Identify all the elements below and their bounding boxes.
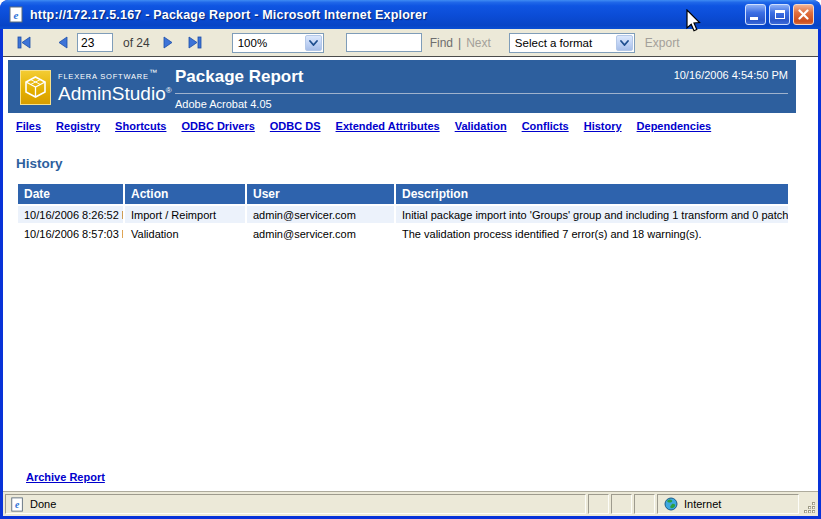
status-bar: e Done Internet <box>3 491 818 516</box>
brand-small-label: FLEXERA SOFTWARE <box>58 72 149 81</box>
window-frame: of 24 100% Find | Next <box>0 29 821 519</box>
adminstudio-logo: FLEXERA SOFTWARE™ AdminStudio® <box>20 68 172 105</box>
cell-date: 10/16/2006 8:57:03 PM <box>18 225 123 242</box>
nav-link-shortcuts[interactable]: Shortcuts <box>115 120 166 132</box>
cell-date: 10/16/2006 8:26:52 PM <box>18 206 123 223</box>
page-count-label: of 24 <box>123 36 150 50</box>
title-bar[interactable]: e http://172.17.5.167 - Package Report -… <box>0 0 821 29</box>
column-header-date: Date <box>18 184 123 204</box>
export-format-value: Select a format <box>510 37 616 49</box>
section-nav: Files Registry Shortcuts ODBC Drivers OD… <box>16 120 711 132</box>
nav-link-dependencies[interactable]: Dependencies <box>637 120 712 132</box>
status-text: Done <box>30 498 56 510</box>
svg-text:e: e <box>15 499 20 510</box>
find-next-button[interactable]: Next <box>466 36 491 50</box>
nav-link-history[interactable]: History <box>584 120 622 132</box>
export-format-select[interactable]: Select a format <box>509 33 635 53</box>
zone-text: Internet <box>684 498 721 510</box>
table-row: 10/16/2006 8:57:03 PM Validation admin@s… <box>18 225 788 242</box>
find-next-divider: | <box>458 36 461 50</box>
nav-link-files[interactable]: Files <box>16 120 41 132</box>
ie-document-icon: e <box>8 6 25 23</box>
adminstudio-cube-icon <box>20 70 51 105</box>
status-panel-empty <box>611 494 632 514</box>
cell-action: Import / Reimport <box>125 206 245 223</box>
find-text-input[interactable] <box>346 33 422 52</box>
previous-page-button[interactable] <box>54 34 71 51</box>
page-number-input[interactable] <box>77 33 113 52</box>
first-page-icon <box>17 36 31 49</box>
package-name: Adobe Acrobat 4.05 <box>175 98 272 110</box>
table-row: 10/16/2006 8:26:52 PM Import / Reimport … <box>18 206 788 223</box>
previous-page-icon <box>58 36 68 49</box>
maximize-icon <box>775 10 785 19</box>
cell-user: admin@servicer.com <box>247 206 394 223</box>
registered-symbol: ® <box>166 86 172 95</box>
report-timestamp: 10/16/2006 4:54:50 PM <box>674 69 788 81</box>
nav-link-validation[interactable]: Validation <box>455 120 507 132</box>
find-button[interactable]: Find <box>430 36 453 50</box>
next-page-icon <box>163 36 173 49</box>
first-page-button[interactable] <box>15 34 32 51</box>
svg-text:e: e <box>14 9 19 21</box>
close-button[interactable] <box>793 4 814 25</box>
resize-grip[interactable] <box>801 494 816 514</box>
section-heading-history: History <box>16 156 63 171</box>
status-panel-empty <box>634 494 655 514</box>
report-toolbar: of 24 100% Find | Next <box>3 29 818 57</box>
trademark-symbol: ™ <box>149 68 158 77</box>
page-title: Package Report <box>175 67 304 87</box>
chevron-down-icon <box>616 35 633 51</box>
last-page-button[interactable] <box>187 34 204 51</box>
globe-icon <box>664 497 678 511</box>
column-header-user: User <box>247 184 394 204</box>
next-page-button[interactable] <box>160 34 177 51</box>
last-page-icon <box>188 36 202 49</box>
column-header-description: Description <box>396 184 788 204</box>
report-header-band: FLEXERA SOFTWARE™ AdminStudio® Package R… <box>8 60 796 113</box>
report-page: FLEXERA SOFTWARE™ AdminStudio® Package R… <box>3 57 818 491</box>
ie-page-icon: e <box>10 497 25 512</box>
zoom-value: 100% <box>233 37 305 49</box>
nav-link-odbc-ds[interactable]: ODBC DS <box>270 120 321 132</box>
cell-description: The validation process identified 7 erro… <box>396 225 788 242</box>
nav-link-registry[interactable]: Registry <box>56 120 100 132</box>
maximize-button[interactable] <box>769 4 790 25</box>
minimize-icon <box>750 17 758 20</box>
security-zone-panel: Internet <box>657 494 799 514</box>
status-panel-empty <box>588 494 609 514</box>
archive-report-link[interactable]: Archive Report <box>26 471 105 483</box>
chevron-down-icon <box>305 35 322 51</box>
close-icon <box>798 9 809 20</box>
export-button[interactable]: Export <box>645 36 680 50</box>
nav-link-conflicts[interactable]: Conflicts <box>522 120 569 132</box>
browser-window: e http://172.17.5.167 - Package Report -… <box>0 0 821 519</box>
history-table: Date Action User Description 10/16/2006 … <box>16 182 790 244</box>
window-title: http://172.17.5.167 - Package Report - M… <box>30 8 745 22</box>
status-panel: e Done <box>5 494 586 514</box>
nav-link-odbc-drivers[interactable]: ODBC Drivers <box>181 120 254 132</box>
zoom-select[interactable]: 100% <box>232 33 324 53</box>
brand-large-label: AdminStudio <box>58 83 166 104</box>
column-header-action: Action <box>125 184 245 204</box>
cell-action: Validation <box>125 225 245 242</box>
header-divider <box>175 93 788 94</box>
window-controls <box>745 4 814 25</box>
cell-description: Initial package import into 'Groups' gro… <box>396 206 788 223</box>
cell-user: admin@servicer.com <box>247 225 394 242</box>
table-header-row: Date Action User Description <box>18 184 788 204</box>
minimize-button[interactable] <box>745 4 766 25</box>
nav-link-extended-attributes[interactable]: Extended Attributes <box>336 120 440 132</box>
